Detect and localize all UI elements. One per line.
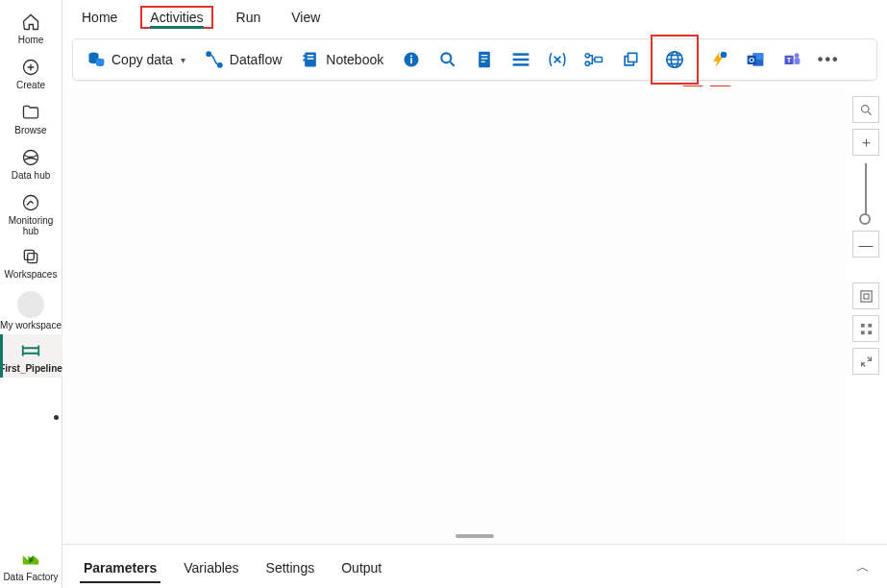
zoom-out-button[interactable]: — — [852, 231, 879, 257]
info-icon — [402, 50, 421, 69]
unsaved-indicator-icon — [54, 415, 59, 420]
nav-data-factory[interactable]: Data Factory — [0, 543, 62, 588]
teams-activity-button[interactable]: T — [776, 43, 808, 76]
svg-text:T: T — [787, 56, 792, 64]
fullscreen-button[interactable] — [852, 348, 879, 375]
svg-point-17 — [410, 55, 412, 57]
nav-my-workspace[interactable]: My workspace — [0, 285, 62, 334]
bottom-tab-parameters[interactable]: Parameters — [80, 551, 160, 585]
svg-point-39 — [795, 53, 800, 58]
nav-create[interactable]: Create — [0, 51, 62, 96]
pipeline-canvas[interactable] — [62, 86, 845, 544]
nav-datahub[interactable]: Data hub — [0, 141, 62, 186]
svg-rect-16 — [410, 58, 412, 63]
nav-pipeline-label: First_Pipeline — [0, 363, 62, 374]
foreach-activity-button[interactable] — [614, 43, 647, 76]
ribbon-overflow-button[interactable]: ••• — [812, 43, 845, 76]
nav-workspaces[interactable]: Workspaces — [0, 240, 62, 285]
svg-rect-44 — [860, 323, 864, 327]
svg-rect-20 — [481, 55, 488, 56]
azure-function-button[interactable] — [702, 43, 735, 76]
dataflow-icon — [205, 50, 224, 69]
notebook-label: Notebook — [326, 52, 383, 67]
chevron-down-icon: ▾ — [181, 55, 185, 65]
pipeline-activity-button[interactable] — [578, 43, 610, 76]
svg-point-8 — [207, 52, 210, 56]
bottom-tab-settings[interactable]: Settings — [262, 551, 319, 585]
nav-pipeline-item[interactable]: First_Pipeline — [0, 334, 62, 378]
script-icon — [476, 50, 493, 69]
panel-collapse-button[interactable]: ︿ — [856, 559, 870, 576]
svg-rect-4 — [28, 254, 37, 263]
nav-browse[interactable]: Browse — [0, 96, 62, 141]
svg-rect-43 — [864, 294, 869, 299]
svg-rect-14 — [304, 59, 306, 61]
ribbon-container: Copy data ▾ Dataflow Notebook — [62, 35, 887, 81]
notebook-button[interactable]: Notebook — [293, 44, 391, 75]
script-activity-button[interactable] — [468, 43, 501, 76]
svg-rect-28 — [595, 57, 603, 61]
canvas-search-button[interactable] — [852, 96, 879, 123]
bottom-tab-variables[interactable]: Variables — [180, 551, 242, 585]
monitoring-icon — [20, 192, 41, 213]
chevron-up-icon: ︿ — [856, 559, 870, 575]
fit-screen-button[interactable] — [852, 282, 879, 309]
data-factory-icon — [20, 549, 41, 570]
svg-rect-21 — [481, 58, 488, 59]
nav-home[interactable]: Home — [0, 6, 62, 51]
bottom-panel: Parameters Variables Settings Output ︿ — [62, 544, 887, 588]
svg-rect-11 — [308, 55, 314, 57]
lookup-activity-button[interactable] — [431, 43, 464, 76]
nav-data-factory-label: Data Factory — [3, 572, 58, 582]
search-icon — [859, 103, 874, 117]
copy-data-icon — [86, 50, 106, 69]
pipeline-small-icon — [583, 51, 604, 68]
outlook-activity-button[interactable]: O — [739, 43, 772, 76]
folder-icon — [20, 102, 41, 123]
teams-icon: T — [782, 50, 801, 69]
svg-point-18 — [442, 53, 452, 62]
tab-view[interactable]: View — [280, 4, 332, 31]
copy-data-button[interactable]: Copy data ▾ — [79, 44, 193, 75]
bottom-panel-wrap: Parameters Variables Settings Output ︿ — [62, 544, 887, 588]
bottom-tab-output[interactable]: Output — [337, 551, 385, 585]
svg-rect-25 — [513, 63, 530, 66]
nav-home-label: Home — [18, 35, 44, 45]
svg-text:O: O — [750, 56, 755, 64]
svg-rect-13 — [304, 55, 306, 58]
svg-rect-12 — [308, 58, 314, 60]
panel-drag-handle[interactable] — [456, 534, 494, 538]
pipeline-icon — [20, 340, 41, 361]
nav-monitoring[interactable]: Monitoring hub — [0, 186, 62, 240]
zoom-in-button[interactable]: ＋ — [852, 129, 879, 156]
sproc-activity-button[interactable] — [505, 43, 537, 76]
svg-rect-42 — [860, 290, 871, 301]
zoom-slider[interactable] — [865, 163, 867, 223]
svg-rect-47 — [868, 331, 872, 334]
fit-icon — [859, 289, 874, 304]
dataflow-button[interactable]: Dataflow — [197, 44, 289, 75]
bolt-icon — [709, 50, 728, 69]
svg-rect-40 — [795, 58, 801, 64]
svg-point-9 — [218, 63, 222, 67]
svg-rect-29 — [628, 53, 637, 61]
svg-rect-23 — [513, 53, 530, 56]
svg-rect-3 — [24, 250, 34, 259]
nav-datahub-label: Data hub — [12, 170, 51, 181]
tab-activities[interactable]: Activities — [140, 6, 212, 29]
tab-run[interactable]: Run — [225, 4, 273, 31]
tab-home[interactable]: Home — [70, 4, 129, 31]
svg-point-2 — [24, 196, 38, 210]
list-icon — [511, 51, 530, 68]
web-activity-button[interactable] — [651, 35, 699, 85]
main-area: Home Activities Run View Copy data ▾ — [62, 0, 887, 588]
workspaces-icon — [20, 246, 41, 267]
left-nav-rail: Home Create Browse Data hub Monitoring h… — [0, 0, 62, 588]
plus-icon: ＋ — [859, 134, 874, 152]
copy-data-label: Copy data — [111, 52, 173, 67]
variable-activity-button[interactable] — [541, 43, 574, 76]
auto-align-button[interactable] — [852, 315, 879, 342]
svg-rect-24 — [513, 59, 530, 61]
info-activity-button[interactable] — [395, 43, 428, 76]
canvas-controls: ＋ — — [845, 86, 887, 544]
